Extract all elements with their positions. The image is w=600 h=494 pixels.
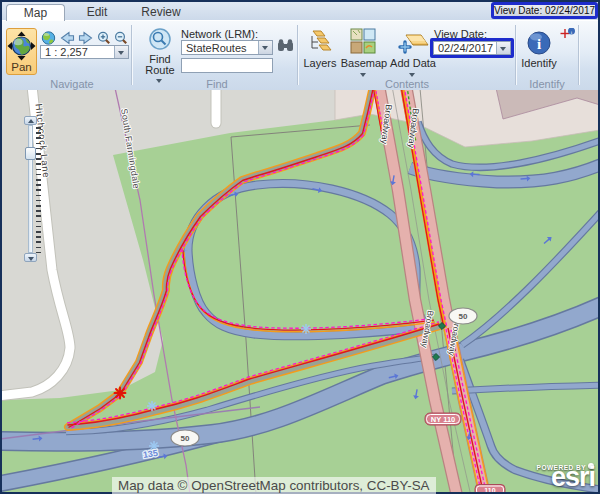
svg-text:50: 50 xyxy=(459,312,468,321)
svg-text:50: 50 xyxy=(181,434,190,443)
svg-text:NY 110: NY 110 xyxy=(431,415,455,424)
svg-text:135: 135 xyxy=(142,448,158,460)
svg-text:110: 110 xyxy=(484,487,495,492)
svg-text:i: i xyxy=(537,36,541,52)
